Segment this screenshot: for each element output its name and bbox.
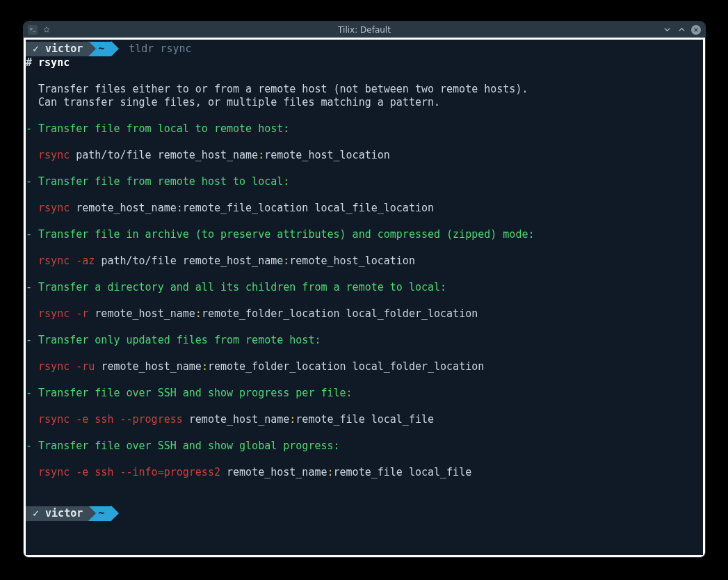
description-line: Transfer files either to or from a remot… xyxy=(26,83,703,96)
blank-line xyxy=(26,400,703,413)
example-description: - Transfer file over SSH and show progre… xyxy=(26,387,703,400)
command-parameter: remote_host_location xyxy=(289,255,415,267)
hash-symbol: # xyxy=(26,56,32,69)
example-command: rsync -e ssh --progress remote_host_name… xyxy=(26,413,703,426)
titlebar-left xyxy=(24,25,51,35)
examples-list: - Transfer file from local to remote hos… xyxy=(26,109,703,479)
command-parameter: path/to/file remote_host_name xyxy=(101,255,283,267)
example-description: - Transfer only updated files from remot… xyxy=(26,334,703,347)
dash-bullet: - xyxy=(26,175,38,188)
dash-bullet: - xyxy=(26,387,38,399)
command-parameter: remote_folder_location local_folder_loca… xyxy=(202,307,478,320)
maximize-button[interactable] xyxy=(677,24,687,35)
example-description-text: Transfer file over SSH and show global p… xyxy=(38,440,339,452)
colon-separator: : xyxy=(327,466,334,478)
blank-line xyxy=(26,188,703,202)
terminal-pane[interactable]: ✓ victor ~ tldr rsync # rsync Transfer f… xyxy=(24,38,705,557)
blank-line xyxy=(26,70,703,83)
command-name: rsync xyxy=(38,149,70,161)
output-heading: # rsync xyxy=(26,56,703,70)
prompt-cwd: ~ xyxy=(98,507,104,520)
example-command: rsync -e ssh --info=progress2 remote_hos… xyxy=(26,466,703,479)
prompt-segment-user: ✓ victor xyxy=(26,42,88,56)
command-parameter: remote_file local_file xyxy=(334,466,472,478)
blank-line xyxy=(26,136,703,149)
command-parameter: remote_host_name xyxy=(227,466,327,478)
prompt-segment-user: ✓ victor xyxy=(26,506,88,521)
minimize-button[interactable] xyxy=(662,24,672,35)
example-description-text: Transfer file from remote host to local: xyxy=(38,175,289,188)
prompt-check: ✓ xyxy=(33,507,39,520)
blank-line xyxy=(26,109,703,122)
command-flags: -ru xyxy=(76,360,95,373)
blank-line xyxy=(26,294,703,307)
dash-bullet: - xyxy=(26,334,38,346)
colon-separator: : xyxy=(258,149,264,161)
command-parameter: remote_host_name xyxy=(76,202,177,214)
blank-line xyxy=(26,373,703,387)
blank-line xyxy=(26,268,703,281)
example-description: - Transfer file in archive (to preserve … xyxy=(26,228,703,241)
example-description-text: Transfer only updated files from remote … xyxy=(38,334,321,346)
example-description-text: Transfer file from local to remote host: xyxy=(38,122,289,135)
description-line: Can transfer single files, or multiple f… xyxy=(26,96,703,109)
command-parameter: remote_file local_file xyxy=(296,413,434,426)
page-title: rsync xyxy=(38,56,70,69)
example-command: rsync path/to/file remote_host_name:remo… xyxy=(26,149,703,162)
command-name: rsync xyxy=(38,360,70,373)
dash-bullet: - xyxy=(26,228,38,241)
pin-icon[interactable] xyxy=(42,25,51,35)
command-parameter: remote_host_name xyxy=(95,307,195,320)
prompt-separator-icon xyxy=(88,506,96,521)
command-name: rsync xyxy=(38,307,70,320)
command-parameter: remote_host_location xyxy=(264,149,390,161)
command-parameter: remote_host_name xyxy=(101,360,202,373)
command-parameter: remote_folder_location local_folder_loca… xyxy=(208,360,484,373)
command-flags: -az xyxy=(76,255,95,267)
titlebar[interactable]: Tilix: Default xyxy=(24,22,705,38)
blank-line xyxy=(26,241,703,255)
prompt-user: victor xyxy=(45,507,83,520)
command-name: rsync xyxy=(38,255,70,267)
example-command: rsync remote_host_name:remote_file_locat… xyxy=(26,202,703,215)
terminal-window: Tilix: Default ✓ victor ~ tldr xyxy=(23,21,706,558)
command-flags: -r xyxy=(76,307,88,320)
blank-line xyxy=(26,215,703,228)
blank-line xyxy=(26,321,703,334)
example-command: rsync -az path/to/file remote_host_name:… xyxy=(26,255,703,268)
command-parameter: remote_host_name xyxy=(189,413,290,426)
colon-separator: : xyxy=(202,360,208,373)
colon-separator: : xyxy=(289,413,296,426)
colon-separator: : xyxy=(177,202,183,214)
command-flags: -e ssh --info=progress2 xyxy=(76,466,220,478)
command-name: rsync xyxy=(38,413,70,426)
example-command: rsync -r remote_host_name:remote_folder_… xyxy=(26,307,703,321)
blank-line xyxy=(26,162,703,175)
prompt-user: victor xyxy=(45,42,83,56)
example-command: rsync -ru remote_host_name:remote_folder… xyxy=(26,360,703,373)
close-button[interactable] xyxy=(691,25,701,35)
window-title: Tilix: Default xyxy=(338,25,391,35)
prompt-separator2-icon xyxy=(111,506,119,521)
blank-line xyxy=(26,347,703,360)
example-description: - Transfer file from local to remote hos… xyxy=(26,122,703,136)
blank-line xyxy=(26,453,703,466)
command-name: rsync xyxy=(38,202,70,214)
blank-line xyxy=(26,479,703,492)
colon-separator: : xyxy=(283,255,289,267)
command-name: rsync xyxy=(38,466,70,478)
prompt-line: ✓ victor ~ tldr rsync xyxy=(26,41,703,56)
terminal-icon[interactable] xyxy=(28,25,38,35)
colon-separator: : xyxy=(195,307,202,320)
prompt-separator-icon xyxy=(88,41,96,56)
dash-bullet: - xyxy=(26,440,38,452)
prompt-line-empty[interactable]: ✓ victor ~ xyxy=(26,506,703,521)
prompt-cwd: ~ xyxy=(98,42,104,56)
dash-bullet: - xyxy=(26,281,38,293)
terminal-content[interactable]: ✓ victor ~ tldr rsync # rsync Transfer f… xyxy=(26,40,703,521)
command-parameter: path/to/file remote_host_name xyxy=(76,149,258,161)
prompt-check: ✓ xyxy=(33,42,39,56)
example-description: - Transfer a directory and all its child… xyxy=(26,281,703,294)
blank-line xyxy=(26,426,703,440)
command-flags: -e ssh --progress xyxy=(76,413,183,426)
